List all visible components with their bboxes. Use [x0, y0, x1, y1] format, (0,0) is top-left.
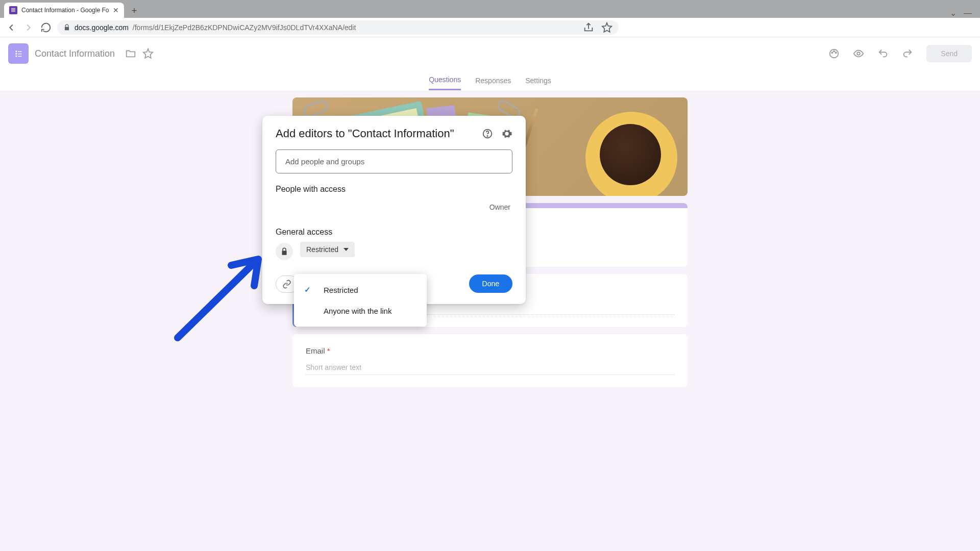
svg-rect-1: [16, 51, 17, 53]
app-header: Contact Information Send: [0, 37, 980, 70]
lock-icon: [63, 24, 70, 31]
tab-settings[interactable]: Settings: [525, 71, 551, 90]
done-button[interactable]: Done: [469, 274, 512, 293]
svg-point-11: [857, 52, 861, 55]
question-card-email[interactable]: Email * Short answer text: [292, 334, 688, 387]
form-canvas: Contact Form description Name * Short an…: [0, 91, 980, 551]
field-label: Email *: [306, 346, 674, 355]
url-path: /forms/d/1EkjZePd2B6zKDPNDwiCAZy2MV9ifJs…: [133, 23, 356, 32]
preview-eye-icon[interactable]: [853, 48, 864, 59]
people-with-access-heading: People with access: [276, 185, 512, 194]
undo-icon[interactable]: [877, 48, 889, 59]
chevron-down-icon[interactable]: ⌄: [950, 8, 957, 18]
form-tabs: Questions Responses Settings: [0, 70, 980, 91]
document-title[interactable]: Contact Information: [35, 48, 115, 59]
forms-logo-icon[interactable]: [8, 43, 29, 64]
close-tab-icon[interactable]: ✕: [113, 6, 119, 14]
annotation-arrow: [173, 251, 275, 343]
dropdown-option-anyone[interactable]: Anyone with the link: [294, 300, 427, 321]
svg-point-13: [487, 136, 487, 136]
owner-role-label: Owner: [276, 194, 512, 216]
dialog-title: Add editors to "Contact Information": [276, 127, 482, 140]
required-asterisk: *: [327, 346, 330, 355]
address-bar: docs.google.com/forms/d/1EkjZePd2B6zKDPN…: [0, 18, 980, 37]
short-answer-placeholder: Short answer text: [306, 363, 674, 375]
minimize-icon[interactable]: —: [964, 9, 972, 18]
redo-icon[interactable]: [902, 48, 913, 59]
check-icon: ✓: [304, 285, 314, 294]
tab-questions[interactable]: Questions: [429, 70, 461, 90]
browser-tab-strip: Contact Information - Google Fo ✕ + ⌄ —: [0, 0, 980, 18]
svg-point-8: [832, 52, 833, 53]
svg-point-10: [836, 52, 837, 53]
caret-down-icon: [344, 247, 349, 252]
svg-rect-4: [18, 54, 21, 54]
reload-button[interactable]: [40, 21, 52, 34]
help-icon[interactable]: [482, 128, 493, 139]
url-host: docs.google.com: [75, 23, 129, 32]
gear-icon[interactable]: [501, 128, 512, 139]
link-icon: [282, 280, 291, 289]
tab-responses[interactable]: Responses: [475, 71, 511, 90]
svg-rect-3: [16, 53, 17, 55]
new-tab-button[interactable]: +: [127, 4, 141, 18]
lock-icon: [276, 243, 293, 260]
svg-rect-5: [16, 56, 17, 57]
folder-icon[interactable]: [125, 48, 136, 59]
star-outline-icon[interactable]: [142, 48, 154, 59]
star-icon[interactable]: [601, 22, 612, 33]
window-controls: ⌄ —: [950, 8, 980, 18]
send-button[interactable]: Send: [926, 45, 972, 62]
access-dropdown-menu: ✓ Restricted Anyone with the link: [294, 274, 427, 327]
svg-rect-2: [18, 51, 21, 52]
general-access-heading: General access: [276, 228, 512, 237]
tab-title: Contact Information - Google Fo: [21, 7, 109, 14]
svg-point-9: [834, 51, 835, 52]
forms-favicon-icon: [9, 6, 17, 14]
back-button[interactable]: [5, 21, 17, 34]
browser-tab[interactable]: Contact Information - Google Fo ✕: [4, 3, 124, 18]
url-input[interactable]: docs.google.com/forms/d/1EkjZePd2B6zKDPN…: [57, 20, 619, 35]
svg-rect-6: [18, 56, 21, 57]
add-people-input[interactable]: Add people and groups: [276, 149, 512, 173]
dropdown-option-restricted[interactable]: ✓ Restricted: [294, 279, 427, 300]
palette-icon[interactable]: [828, 48, 840, 59]
forward-button[interactable]: [22, 21, 35, 34]
share-icon[interactable]: [583, 22, 594, 33]
access-level-dropdown[interactable]: Restricted: [300, 242, 355, 257]
